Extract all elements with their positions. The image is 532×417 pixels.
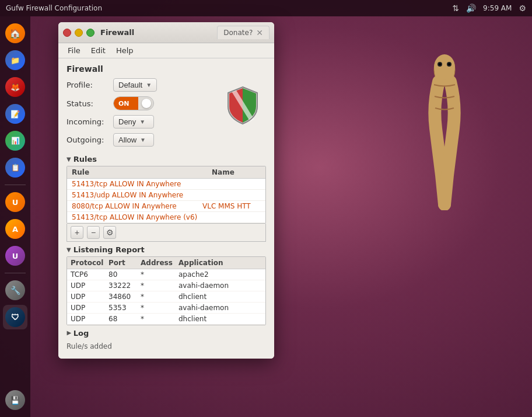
list-item[interactable]: UDP 33222 * avahi-daemon (67, 280, 265, 291)
incoming-label: Incoming: (66, 117, 113, 126)
sidebar-item-settings[interactable]: 🔧 (3, 278, 27, 303)
profile-dropdown[interactable]: Default ▼ (113, 78, 157, 92)
rule-app-4 (202, 213, 261, 221)
rule-settings-button[interactable]: ⚙ (103, 226, 116, 239)
profile-dropdown-arrow: ▼ (146, 82, 152, 88)
rules-container: Rule Name 51413/tcp ALLOW IN Anywhere 51… (66, 166, 266, 224)
incoming-row: Incoming: Deny ▼ (66, 115, 214, 128)
listening-port-1: 80 (108, 270, 141, 279)
outgoing-label: Outgoing: (66, 135, 113, 144)
network-icon: ⇅ (452, 4, 459, 13)
table-row[interactable]: 51413/tcp ALLOW IN Anywhere (67, 179, 265, 190)
status-toggle[interactable]: ON (113, 96, 154, 110)
listening-address-4: * (141, 304, 178, 312)
outgoing-dropdown-arrow: ▼ (140, 137, 146, 143)
ubuntu-software-icon: U (5, 246, 25, 266)
firewall-section: Profile: Default ▼ Status: ON (66, 78, 266, 151)
listening-protocol-2: UDP (71, 282, 108, 290)
listening-collapsible-header[interactable]: ▼ Listening Report (66, 245, 266, 254)
listening-protocol-5: UDP (71, 315, 108, 323)
rule-app-1 (202, 180, 261, 188)
status-row: Status: ON (66, 96, 214, 110)
outgoing-dropdown[interactable]: Allow ▼ (113, 133, 154, 147)
listening-port-2: 33222 (108, 282, 141, 290)
firewall-section-title: Firewall (66, 64, 266, 74)
donate-tab[interactable]: Donate? ✕ (217, 26, 270, 39)
donate-tab-label: Donate? (223, 29, 253, 37)
add-rule-button[interactable]: + (71, 226, 83, 239)
window-minimize-button[interactable] (75, 29, 83, 37)
listening-header-protocol: Protocol (67, 257, 105, 269)
menu-help[interactable]: Help (111, 45, 138, 56)
system-settings-icon[interactable]: ⚙ (519, 4, 526, 13)
sidebar-item-amazon[interactable]: A (3, 217, 27, 241)
listening-scroll-area[interactable]: TCP6 80 * apache2 UDP 33222 * avahi-daem… (67, 269, 265, 325)
menu-edit[interactable]: Edit (86, 45, 110, 56)
table-row[interactable]: 51413/tcp ALLOW IN Anywhere (v6) (67, 212, 265, 223)
window-title: Firewall (100, 28, 134, 37)
rules-scroll-area[interactable]: 51413/tcp ALLOW IN Anywhere 51413/udp AL… (67, 179, 265, 223)
sidebar-item-usb[interactable]: 💾 (3, 388, 27, 412)
status-label: Status: (66, 99, 113, 108)
profile-control: Default ▼ (113, 78, 157, 92)
listening-container: Protocol Port Address Application TCP6 8… (66, 256, 266, 325)
rules-toolbar: + − ⚙ (66, 224, 266, 242)
sidebar-item-text-editor[interactable]: 📝 (3, 102, 27, 126)
topbar-title: Gufw Firewall Configuration (6, 4, 102, 12)
incoming-dropdown-arrow: ▼ (139, 119, 145, 125)
list-item[interactable]: TCP6 80 * apache2 (67, 269, 265, 280)
table-row[interactable]: 51413/udp ALLOW IN Anywhere (67, 190, 265, 201)
donate-close-button[interactable]: ✕ (256, 28, 263, 37)
listening-app-4: avahi-daemon (178, 304, 262, 312)
window-close-button[interactable] (63, 29, 71, 37)
shield-icon (225, 84, 260, 125)
firewall-window: Firewall Donate? ✕ File Edit Help Firewa… (58, 22, 274, 359)
svg-point-5 (448, 63, 450, 65)
list-item[interactable]: UDP 5353 * avahi-daemon (67, 303, 265, 314)
incoming-dropdown[interactable]: Deny ▼ (113, 115, 154, 128)
listening-address-2: * (141, 282, 178, 290)
sidebar-item-ubuntu-software[interactable]: U (3, 244, 27, 268)
sidebar-item-docs[interactable]: 📋 (3, 155, 27, 180)
snake-decoration (427, 47, 462, 210)
log-section-title: Log (74, 329, 89, 338)
list-item[interactable]: UDP 34860 * dhclient (67, 291, 265, 303)
listening-header-port: Port (105, 257, 137, 269)
window-titlebar: Firewall Donate? ✕ (58, 22, 274, 43)
settings-icon: 🔧 (5, 280, 25, 300)
rules-table-header: Rule Name (67, 166, 265, 179)
remove-rule-button[interactable]: − (87, 226, 100, 239)
rules-collapsible-header[interactable]: ▼ Rules (66, 155, 266, 164)
window-maximize-button[interactable] (86, 29, 94, 37)
firewall-form: Profile: Default ▼ Status: ON (66, 78, 214, 151)
sidebar: 🏠 📁 🦊 📝 📊 📋 U A U 🔧 🛡 💾 (0, 16, 30, 417)
incoming-value: Deny (118, 117, 136, 126)
rule-text-1: 51413/tcp ALLOW IN Anywhere (72, 180, 202, 188)
profile-label: Profile: (66, 81, 113, 89)
menu-file[interactable]: File (63, 45, 85, 56)
log-collapse-arrow: ▼ (65, 331, 72, 336)
status-control: ON (113, 96, 154, 110)
rule-app-3: VLC MMS HTT (202, 202, 261, 210)
listening-header-application: Application (175, 257, 265, 269)
svg-point-4 (439, 63, 441, 65)
sidebar-item-home[interactable]: 🏠 (3, 21, 27, 46)
listening-protocol-4: UDP (71, 304, 108, 312)
sidebar-item-files[interactable]: 📁 (3, 48, 27, 72)
rules-header-rule: Rule (67, 166, 207, 178)
sidebar-item-ubuntu-one[interactable]: U (3, 190, 27, 214)
files-icon: 📁 (5, 50, 25, 70)
listening-app-3: dhclient (178, 293, 262, 301)
list-item[interactable]: UDP 68 * dhclient (67, 314, 265, 325)
table-row[interactable]: 8080/tcp ALLOW IN Anywhere VLC MMS HTT (67, 201, 265, 212)
sidebar-item-firewall[interactable]: 🛡 (3, 305, 27, 329)
rule-text-2: 51413/udp ALLOW IN Anywhere (72, 191, 202, 199)
sidebar-item-firefox[interactable]: 🦊 (3, 75, 27, 99)
listening-port-3: 34860 (108, 293, 141, 301)
ubuntu-one-icon: U (5, 192, 25, 212)
sidebar-item-spreadsheet[interactable]: 📊 (3, 128, 27, 153)
outgoing-row: Outgoing: Allow ▼ (66, 133, 214, 147)
listening-protocol-1: TCP6 (71, 270, 108, 279)
log-collapsible-header[interactable]: ▼ Log (66, 329, 266, 338)
firefox-icon: 🦊 (5, 77, 25, 97)
